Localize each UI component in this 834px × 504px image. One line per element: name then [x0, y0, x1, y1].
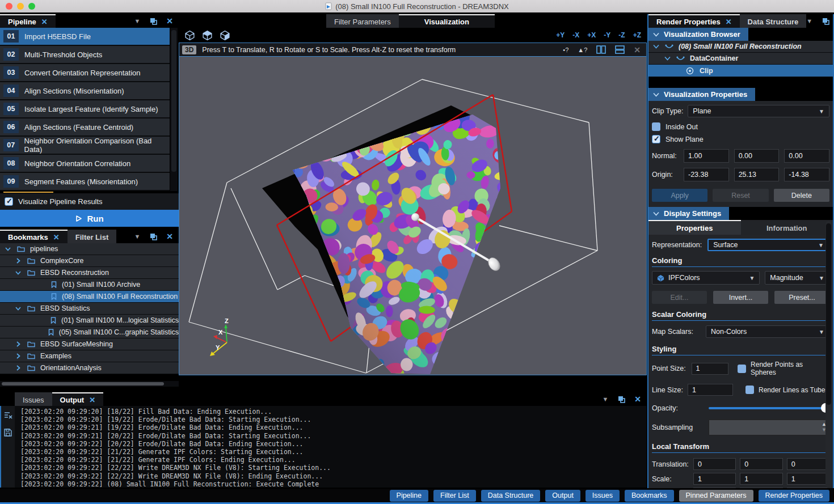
edit-colors-button[interactable]: Edit... [652, 291, 707, 304]
dock-toggle-pinned-parameters[interactable]: Pinned Parameters [679, 490, 753, 502]
origin-z-field[interactable]: -14.38 [784, 168, 829, 181]
undock-icon[interactable] [822, 18, 829, 25]
pipeline-filter-row[interactable]: 07Neighbor Orientation Comparison (Bad D… [0, 137, 170, 155]
output-console[interactable]: [2023:02:20 09:29:20] [18/22] Fill Bad D… [15, 406, 647, 488]
bookmarks-hscrollbar[interactable] [0, 381, 179, 387]
bookmark-item-row[interactable]: (05) Small IN100 C...graphic Statistics [0, 327, 179, 338]
pipeline-filter-row[interactable]: 05Isolate Largest Feature (Identify Samp… [0, 100, 170, 118]
close-panel-icon[interactable]: ✕ [634, 395, 641, 404]
origin-y-field[interactable]: 25.13 [734, 168, 780, 181]
browser-node-datacontainer[interactable]: DataContainer [648, 53, 833, 65]
tab-render-properties[interactable]: Render Properties ✕ [648, 14, 740, 28]
chevron-expanded-icon[interactable] [15, 306, 22, 311]
camera-cube-corner-icon[interactable] [220, 30, 230, 41]
chevron-down-icon[interactable]: ▼ [602, 396, 608, 403]
axis-view-button-plusY[interactable]: +Y [556, 31, 565, 39]
normal-z-field[interactable]: 0.00 [784, 149, 829, 163]
tab-data-structure[interactable]: Data Structure [740, 14, 807, 28]
translation-y-field[interactable]: 0 [740, 458, 782, 470]
pipeline-filter-row[interactable]: 06Align Sections (Feature Centroid) [0, 118, 170, 137]
tab-display-information[interactable]: Information [741, 220, 833, 235]
chevron-collapsed-icon[interactable] [15, 365, 22, 371]
delete-button[interactable]: Delete [774, 189, 829, 202]
subsampling-spinbox[interactable]: ▲▼ [709, 420, 829, 435]
dock-toggle-pipeline[interactable]: Pipeline [390, 490, 428, 502]
axis-view-button-minusZ[interactable]: -Z [618, 31, 625, 39]
tab-issues[interactable]: Issues [15, 392, 52, 406]
expand-chevron-icon[interactable] [653, 44, 659, 49]
pipeline-scrollbar[interactable] [170, 28, 178, 191]
axis-view-button-plusX[interactable]: +X [587, 31, 596, 39]
chevron-collapsed-icon[interactable] [15, 341, 22, 347]
visualization-properties-header[interactable]: Visualization Properties [648, 88, 833, 101]
normal-x-field[interactable]: 1.00 [684, 149, 729, 163]
dock-toggle-bookmarks[interactable]: Bookmarks [625, 490, 674, 502]
reset-button[interactable]: Reset [713, 189, 768, 202]
tab-pipeline[interactable]: Pipeline ✕ [0, 14, 56, 28]
preset-colors-button[interactable]: Preset... [774, 291, 829, 304]
bookmark-folder-row[interactable]: pipelines [0, 243, 179, 255]
bookmark-folder-row[interactable]: EBSD SurfaceMeshing [0, 338, 179, 350]
pipeline-filter-row[interactable]: 08Neighbor Orientation Correlation [0, 155, 170, 173]
tab-filter-list[interactable]: Filter List [68, 230, 117, 243]
window-zoom-button[interactable] [28, 3, 35, 10]
component-dropdown[interactable]: Magnitude ▼ [765, 271, 829, 285]
camera-cube-filled-icon[interactable] [202, 30, 213, 41]
undock-icon[interactable] [149, 233, 157, 240]
chevron-collapsed-icon[interactable] [15, 353, 22, 359]
display-settings-header[interactable]: Display Settings [648, 207, 833, 220]
chevron-expanded-icon[interactable] [15, 270, 22, 276]
origin-x-field[interactable]: -23.38 [684, 168, 729, 181]
orientation-y-field[interactable]: 0 [740, 488, 782, 488]
chevron-down-icon[interactable]: ▼ [806, 18, 812, 24]
scale-y-field[interactable]: 1 [740, 473, 782, 485]
scale-z-field[interactable]: 1 [787, 473, 829, 485]
render-panel-scrollbar[interactable] [825, 221, 832, 488]
chevron-expanded-icon[interactable] [5, 246, 11, 252]
browser-node-clip[interactable]: Clip [648, 65, 833, 77]
save-output-icon[interactable] [4, 429, 12, 437]
axis-view-button-minusY[interactable]: -Y [604, 31, 610, 39]
cell-help-icon[interactable]: ▲? [578, 46, 587, 53]
tab-visualization[interactable]: Visualization [399, 14, 495, 28]
render-points-spheres-checkbox[interactable] [738, 365, 746, 373]
split-horizontal-icon[interactable] [615, 45, 625, 54]
tab-display-properties[interactable]: Properties [648, 220, 741, 235]
bookmark-folder-row[interactable]: ComplexCore [0, 255, 179, 267]
render-lines-tubes-checkbox[interactable] [745, 386, 754, 394]
camera-cube-icon[interactable] [184, 30, 195, 41]
dock-toggle-output[interactable]: Output [545, 490, 580, 502]
tab-bookmarks[interactable]: Bookmarks ✕ [0, 230, 68, 243]
map-scalars-dropdown[interactable]: Non-Colors ▼ [706, 325, 829, 338]
pipeline-filter-row[interactable]: 02Multi-Threshold Objects [0, 46, 170, 64]
browser-node-root[interactable]: (08) Small IN100 Full Reconstruction [648, 41, 833, 53]
pipeline-filter-row[interactable]: 01Import H5EBSD File [0, 28, 170, 46]
chevron-down-icon[interactable]: ▼ [134, 18, 140, 24]
tab-close-icon[interactable]: ✕ [726, 18, 732, 26]
translation-z-field[interactable]: 0 [787, 458, 829, 470]
render-viewport-3d[interactable]: Z X Y [179, 57, 646, 375]
invert-colors-button[interactable]: Invert... [713, 291, 768, 304]
inside-out-checkbox[interactable] [652, 122, 660, 131]
orientation-x-field[interactable]: 0 [693, 488, 736, 488]
chevron-collapsed-icon[interactable] [15, 258, 22, 264]
dock-toggle-filter-list[interactable]: Filter List [433, 490, 476, 502]
pipeline-filter-row[interactable]: 09Segment Features (Misorientation) [0, 173, 170, 191]
bookmark-item-row[interactable]: (01) Small IN100 Archive [0, 279, 179, 291]
representation-dropdown[interactable]: Surface ▼ [707, 239, 829, 251]
chevron-down-icon[interactable]: ▼ [134, 233, 140, 240]
run-pipeline-button[interactable]: Run [0, 210, 179, 227]
bookmark-folder-row[interactable]: EBSD Statistics [0, 303, 179, 315]
scale-x-field[interactable]: 1 [693, 473, 736, 485]
undock-icon[interactable] [617, 396, 625, 403]
clear-output-icon[interactable] [4, 412, 12, 420]
tab-filter-parameters[interactable]: Filter Parameters [326, 14, 399, 28]
close-view-icon[interactable]: ✕ [634, 45, 641, 54]
visualization-browser-header[interactable]: Visualization Browser [648, 28, 833, 41]
split-vertical-icon[interactable] [596, 45, 606, 54]
dock-toggle-render-properties[interactable]: Render Properties [759, 490, 829, 502]
expand-chevron-icon[interactable] [664, 56, 671, 61]
window-close-button[interactable] [6, 3, 12, 10]
color-array-dropdown[interactable]: IPFColors ▼ [652, 271, 760, 285]
tab-close-icon[interactable]: ✕ [89, 396, 95, 404]
